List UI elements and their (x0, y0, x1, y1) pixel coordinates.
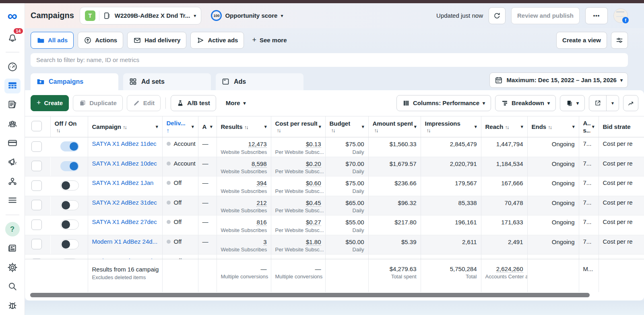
column-header-delivery[interactable]: Deliv...↑▾ (162, 116, 198, 137)
campaign-name-link[interactable]: SATYA X1 AdBez 1Jan (92, 179, 154, 186)
charts-button[interactable] (623, 95, 638, 111)
avatar[interactable]: f (613, 8, 628, 23)
create-button[interactable]: + Create (31, 95, 69, 111)
campaign-toggle[interactable] (60, 239, 79, 249)
column-header-amount-spent[interactable]: Amount spent↑↓▾ (368, 116, 421, 137)
column-header-off-on[interactable]: Off / On↑↓ (50, 116, 88, 137)
promote-icon[interactable] (4, 155, 21, 170)
column-header-campaign[interactable]: Campaign↑↓▾ (88, 116, 162, 137)
campaign-toggle[interactable] (60, 220, 79, 230)
breakdown-button[interactable]: Breakdown ▾ (495, 95, 556, 111)
a-cell: — (198, 137, 217, 157)
column-header-ends[interactable]: Ends↑↓▾ (527, 116, 579, 137)
billing-icon[interactable] (4, 135, 21, 150)
reports-button[interactable]: ▾ (560, 95, 585, 111)
ab-test-button[interactable]: A/B test (171, 95, 216, 111)
toggle-knob (62, 220, 70, 229)
column-header-results[interactable]: Results↑↓▾ (217, 116, 271, 137)
export-button-group: ▾ (589, 95, 619, 111)
account-overview-icon[interactable] (4, 59, 21, 74)
see-more-filters[interactable]: + See more (248, 36, 291, 44)
date-range-label: Maximum: Dec 15, 2022 – Jan 15, 2026 (506, 77, 617, 83)
account-selector[interactable]: T W2209B-AdBez X Dnd Tr... ▾ (80, 7, 202, 25)
chevron-down-icon[interactable]: ▾ (192, 124, 194, 129)
campaign-toggle[interactable] (60, 161, 79, 171)
chevron-down-icon[interactable]: ▾ (319, 124, 321, 129)
row-checkbox[interactable] (31, 239, 42, 249)
duplicate-button[interactable]: Duplicate (73, 95, 123, 111)
campaign-name-link[interactable]: Modern X1 AdBez 24d... (92, 238, 158, 245)
refresh-button[interactable] (489, 7, 506, 24)
chevron-down-icon[interactable]: ▾ (592, 124, 594, 129)
row-checkbox[interactable] (31, 180, 42, 191)
campaign-toggle[interactable] (60, 180, 79, 191)
tab-ads[interactable]: Ads (216, 73, 303, 90)
search-icon[interactable] (4, 279, 21, 294)
chevron-down-icon[interactable]: ▾ (572, 124, 575, 129)
horizontal-scrollbar[interactable] (30, 293, 590, 297)
chevron-down-icon[interactable]: ▾ (156, 124, 158, 129)
checkbox-cell (25, 176, 50, 196)
chevron-down-icon[interactable]: ▾ (521, 124, 523, 129)
chevron-down-icon[interactable]: ▾ (362, 124, 364, 129)
a-cell: — (198, 176, 217, 196)
toggle-knob (62, 181, 70, 190)
filter-all-ads[interactable]: All ads (31, 32, 74, 49)
export-options-button[interactable]: ▾ (606, 95, 619, 111)
select-all-checkbox[interactable] (31, 121, 42, 131)
row-checkbox[interactable] (31, 200, 42, 210)
columns-icon (402, 99, 410, 107)
column-header-impressions[interactable]: Impressions↑↓▾ (421, 116, 481, 137)
column-header-cost-per-result[interactable]: Cost per result↑↓▾ (271, 116, 325, 137)
report-bug-icon[interactable] (4, 298, 21, 313)
create-a-view-button[interactable]: Create a view (556, 32, 607, 49)
column-header-a[interactable]: A▾ (198, 116, 217, 137)
plus-icon: + (252, 36, 256, 44)
export-button[interactable] (589, 95, 606, 111)
column-header-attribution[interactable]: A...s...▾ (579, 116, 599, 137)
notifications-bell-icon[interactable]: 14 (4, 30, 21, 45)
row-checkbox[interactable] (31, 220, 42, 230)
tab-ad-sets[interactable]: Ad sets (123, 73, 211, 90)
campaign-name-link[interactable]: SATYA X1 AdBez 27dec (92, 218, 157, 225)
opportunity-score[interactable]: 100 Opportunity score ▾ (211, 10, 283, 21)
ads-reporting-icon[interactable] (4, 97, 21, 112)
search-input[interactable] (31, 53, 628, 67)
business-assets-icon[interactable] (4, 174, 21, 189)
sidebar-item-campaigns[interactable] (4, 79, 21, 93)
campaign-name-link[interactable]: SATYA X2 AdBez 31dec (92, 199, 157, 206)
column-header-bid-strategy[interactable]: Bid strate (599, 116, 644, 137)
budget-cell: $50.00Daily (325, 235, 368, 255)
column-header-budget[interactable]: Budget↑↓▾ (325, 116, 368, 137)
tab-campaigns[interactable]: Campaigns (31, 73, 118, 90)
meta-logo-icon[interactable]: ∞ (7, 9, 17, 23)
chevron-down-icon[interactable]: ▾ (414, 124, 417, 129)
chevron-down-icon[interactable]: ▾ (264, 124, 267, 129)
filter-active-ads[interactable]: Active ads (190, 32, 244, 49)
chevron-down-icon[interactable]: ▾ (475, 124, 477, 129)
row-checkbox[interactable] (31, 161, 42, 171)
edit-button[interactable]: Edit (127, 95, 161, 111)
all-tools-icon[interactable] (4, 193, 21, 207)
updates-icon[interactable] (4, 241, 21, 256)
campaign-toggle[interactable] (60, 200, 79, 210)
help-icon[interactable]: ? (4, 222, 21, 237)
filter-had-delivery[interactable]: Had delivery (127, 32, 186, 49)
send-icon (196, 36, 204, 44)
view-settings-button[interactable] (611, 32, 628, 49)
campaign-toggle[interactable] (60, 141, 79, 151)
date-range-selector[interactable]: Maximum: Dec 15, 2022 – Jan 15, 2026 ▾ (489, 73, 628, 88)
settings-gear-icon[interactable] (4, 260, 21, 275)
columns-button[interactable]: Columns: Performance ▾ (396, 95, 491, 111)
campaign-name-link[interactable]: SATYA X1 AdBez 11dec (92, 140, 157, 147)
delivery-cell: Off (162, 196, 198, 216)
review-and-publish-button[interactable]: Review and publish (511, 7, 580, 24)
row-checkbox[interactable] (31, 141, 42, 152)
column-header-reach[interactable]: Reach↑↓▾ (481, 116, 527, 137)
campaign-name-link[interactable]: SATYA X1 AdBez 10dec (92, 160, 157, 167)
filter-actions[interactable]: Actions (78, 32, 123, 49)
more-options-button[interactable]: ••• (585, 7, 608, 24)
audiences-icon[interactable] (4, 116, 21, 131)
chevron-down-icon[interactable]: ▾ (210, 124, 213, 129)
more-button[interactable]: More ▾ (220, 95, 252, 111)
